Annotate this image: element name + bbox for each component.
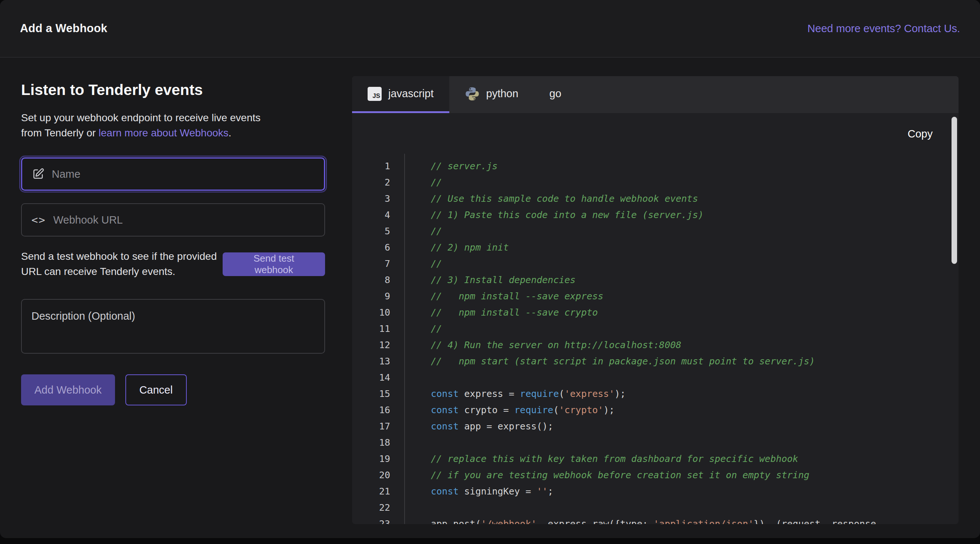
contact-us-link[interactable]: Need more events? Contact Us. (807, 22, 960, 35)
code-line: 20// if you are testing webhook before c… (352, 467, 959, 484)
line-number: 11 (352, 321, 404, 337)
code-line: 18 (352, 435, 959, 451)
code-text: // npm install --save express (404, 288, 603, 305)
scrollbar (951, 115, 957, 522)
code-line: 3// Use this sample code to handle webho… (352, 191, 959, 207)
code-text (404, 435, 436, 451)
description-input[interactable] (21, 299, 325, 354)
line-number: 16 (352, 402, 404, 418)
code-line: 4// 1) Paste this code into a new file (… (352, 207, 959, 223)
form-heading: Listen to Tenderly events (21, 81, 328, 99)
code-text: // (404, 223, 442, 239)
code-line: 1// server.js (352, 158, 959, 174)
line-number: 9 (352, 288, 404, 305)
code-text: // 3) Install dependencies (404, 272, 576, 288)
code-line: 19// replace this with key taken from da… (352, 451, 959, 467)
code-line: 16const crypto = require('crypto'); (352, 402, 959, 418)
code-text: // npm start (start script in package.js… (404, 353, 815, 370)
line-number: 19 (352, 451, 404, 467)
cancel-button[interactable]: Cancel (126, 374, 187, 405)
line-number: 5 (352, 223, 404, 239)
line-number: 20 (352, 467, 404, 484)
line-number: 7 (352, 256, 404, 272)
code-text: app.post('/webhook', express.raw({type: … (404, 516, 876, 524)
code-text: // 4) Run the server on http://localhost… (404, 337, 681, 353)
code-text: const crypto = require('crypto'); (404, 402, 615, 418)
line-number: 4 (352, 207, 404, 223)
code-line: 10// npm install --save crypto (352, 305, 959, 321)
test-webhook-text: Send a test webhook to see if the provid… (21, 249, 223, 279)
code-editor: Copy 1// server.js2//3// Use this sample… (352, 113, 959, 524)
code-text (404, 370, 436, 386)
line-number: 21 (352, 484, 404, 500)
code-sample-panel: JS javascript python (352, 76, 959, 524)
code-text: const express = require('express'); (404, 386, 626, 402)
code-line: 8// 3) Install dependencies (352, 272, 959, 288)
send-test-webhook-button[interactable]: Send test webhook (223, 252, 325, 276)
copy-button[interactable]: Copy (907, 128, 933, 140)
line-number: 1 (352, 158, 404, 174)
code-text: // replace this with key taken from dash… (404, 451, 798, 467)
scrollbar-thumb[interactable] (951, 117, 957, 264)
modal-body: Listen to Tenderly events Set up your we… (0, 58, 980, 524)
webhook-url-field[interactable]: <> (21, 203, 325, 236)
line-number: 2 (352, 174, 404, 191)
code-tabs: JS javascript python (352, 76, 959, 113)
code-text: // npm install --save crypto (404, 305, 598, 321)
line-number: 13 (352, 353, 404, 370)
code-text: // 2) npm init (404, 239, 509, 256)
code-text: // server.js (404, 158, 498, 174)
code-line: 6// 2) npm init (352, 239, 959, 256)
code-line: 7// (352, 256, 959, 272)
code-text: // 1) Paste this code into a new file (s… (404, 207, 704, 223)
intro-text-end: . (229, 127, 232, 139)
code-line: 15const express = require('express'); (352, 386, 959, 402)
add-webhook-button[interactable]: Add Webhook (21, 374, 115, 405)
code-line: 2// (352, 174, 959, 191)
tab-go[interactable]: go (534, 76, 577, 113)
code-text: // if you are testing webhook before cre… (404, 467, 810, 484)
name-field[interactable] (21, 157, 325, 191)
code-brackets-icon: <> (32, 214, 46, 226)
test-webhook-row: Send a test webhook to see if the provid… (21, 249, 325, 279)
line-number: 8 (352, 272, 404, 288)
code-line: 13// npm start (start script in package.… (352, 353, 959, 370)
name-input[interactable] (52, 168, 314, 180)
code-text: // Use this sample code to handle webhoo… (404, 191, 698, 207)
line-number: 17 (352, 418, 404, 435)
line-number: 10 (352, 305, 404, 321)
webhook-url-input[interactable] (53, 214, 315, 226)
code-text: // (404, 256, 442, 272)
tab-label-go: go (550, 87, 562, 100)
tab-python[interactable]: python (449, 76, 534, 113)
python-icon (465, 86, 480, 101)
code-text: const signingKey = ''; (404, 484, 553, 500)
code-line: 12// 4) Run the server on http://localho… (352, 337, 959, 353)
form-actions: Add Webhook Cancel (21, 374, 328, 405)
webhook-form: Listen to Tenderly events Set up your we… (21, 76, 328, 405)
code-line: 17const app = express(); (352, 418, 959, 435)
code-text: const app = express(); (404, 418, 553, 435)
code-text: // (404, 174, 442, 191)
modal-header: Add a Webhook Need more events? Contact … (0, 0, 980, 58)
line-number: 6 (352, 239, 404, 256)
edit-icon (32, 168, 45, 180)
page-title: Add a Webhook (20, 22, 107, 35)
code-line: 23app.post('/webhook', express.raw({type… (352, 516, 959, 524)
code-lines: 1// server.js2//3// Use this sample code… (352, 158, 959, 524)
line-number: 3 (352, 191, 404, 207)
form-intro: Set up your webhook endpoint to receive … (21, 111, 280, 140)
learn-more-link[interactable]: learn more about Webhooks (99, 127, 229, 139)
code-line: 11// (352, 321, 959, 337)
code-text (404, 500, 436, 516)
line-number: 23 (352, 516, 404, 524)
add-webhook-modal: Add a Webhook Need more events? Contact … (0, 0, 980, 538)
javascript-icon: JS (368, 87, 382, 101)
line-number: 15 (352, 386, 404, 402)
code-text: // (404, 321, 442, 337)
tab-label-javascript: javascript (388, 87, 434, 100)
code-line: 5// (352, 223, 959, 239)
line-number: 22 (352, 500, 404, 516)
code-line: 14 (352, 370, 959, 386)
tab-javascript[interactable]: JS javascript (352, 76, 449, 113)
